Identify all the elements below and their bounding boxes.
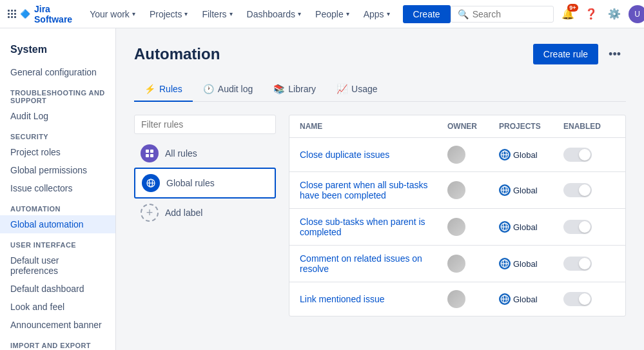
top-nav-items: Your work ▾ Projects ▾ Filters ▾ Dashboa… (83, 5, 451, 23)
toggle-switch[interactable] (563, 148, 592, 162)
chevron-down-icon: ▾ (387, 10, 390, 17)
logo-text: Jira Software (34, 4, 73, 24)
book-icon: 📚 (273, 84, 284, 94)
svg-rect-0 (146, 150, 149, 153)
rule-name-link[interactable]: Link mentioned issue (300, 294, 385, 304)
create-rule-button[interactable]: Create rule (533, 44, 598, 64)
rule-enabled-toggle[interactable] (563, 148, 615, 162)
rule-enabled-toggle[interactable] (563, 292, 615, 306)
chevron-down-icon: ▾ (229, 10, 233, 17)
nav-your-work[interactable]: Your work ▾ (83, 5, 142, 23)
rule-name: Link mentioned issue (300, 294, 447, 304)
header-actions: Create rule ••• (533, 44, 626, 64)
rule-owner (447, 146, 499, 164)
global-icon (499, 184, 511, 196)
sidebar-item-general-configuration[interactable]: General configuration (0, 63, 115, 81)
col-header-owner: Owner (447, 122, 499, 131)
nav-filters[interactable]: Filters ▾ (195, 5, 239, 23)
rule-name-link[interactable]: Close duplicate issues (300, 150, 389, 160)
chevron-down-icon: ▾ (298, 10, 301, 17)
owner-avatar (447, 290, 465, 308)
chart-icon: 📈 (337, 84, 347, 94)
svg-rect-1 (150, 150, 153, 153)
toggle-switch[interactable] (563, 257, 592, 271)
lightning-icon: ⚡ (144, 84, 155, 94)
settings-button[interactable]: ⚙️ (605, 5, 623, 23)
rules-table: Name Owner Projects Enabled Close duplic… (289, 115, 626, 316)
left-panel: All rules Global rules + Add label (134, 115, 276, 316)
chevron-down-icon: ▾ (346, 10, 349, 17)
nav-people[interactable]: People ▾ (309, 5, 356, 23)
global-icon (499, 293, 511, 305)
nav-projects[interactable]: Projects ▾ (143, 5, 195, 23)
toggle-switch[interactable] (563, 183, 592, 197)
table-row: Close sub-tasks when parent is completed… (289, 209, 625, 246)
sidebar-item-global-permissions[interactable]: Global permissions (0, 161, 115, 179)
global-icon (499, 149, 511, 160)
chevron-down-icon: ▾ (132, 10, 135, 17)
global-rules-group[interactable]: Global rules (134, 168, 276, 199)
owner-avatar (447, 146, 465, 164)
sidebar-section-security: Security (0, 125, 115, 143)
rule-owner (447, 181, 499, 199)
top-nav-right: 🔍 🔔 9+ ❓ ⚙️ U (451, 5, 644, 23)
tab-rules[interactable]: ⚡ Rules (134, 77, 193, 102)
global-icon (499, 258, 511, 269)
toggle-switch[interactable] (563, 220, 592, 234)
tab-library[interactable]: 📚 Library (263, 77, 326, 102)
sidebar: System General configuration Troubleshoo… (0, 28, 116, 350)
owner-avatar (447, 181, 465, 199)
add-label-item[interactable]: + Add label (134, 199, 276, 227)
rule-projects: Global (499, 149, 563, 160)
sidebar-item-look-and-feel[interactable]: Look and feel (0, 298, 115, 316)
avatar[interactable]: U (629, 5, 644, 23)
create-button[interactable]: Create (403, 5, 451, 23)
svg-rect-2 (146, 154, 149, 157)
chevron-down-icon: ▾ (184, 10, 188, 17)
sidebar-item-issue-collectors[interactable]: Issue collectors (0, 179, 115, 197)
global-icon (499, 221, 511, 233)
sidebar-item-default-dashboard[interactable]: Default dashboard (0, 280, 115, 298)
page-header: Automation Create rule ••• (134, 44, 626, 64)
logo[interactable]: 🔷 Jira Software (8, 4, 73, 24)
nav-dashboards[interactable]: Dashboards ▾ (240, 5, 308, 23)
search-input[interactable] (473, 9, 547, 19)
toggle-switch[interactable] (563, 292, 592, 306)
rule-owner (447, 218, 499, 236)
sidebar-item-audit-log[interactable]: Audit Log (0, 107, 115, 125)
table-row: Close parent when all sub-tasks have bee… (289, 172, 625, 209)
rule-enabled-toggle[interactable] (563, 257, 615, 271)
sidebar-item-default-user-preferences[interactable]: Default user preferences (0, 251, 115, 280)
sidebar-section-troubleshooting: Troubleshooting and support (0, 81, 115, 107)
rule-name: Close sub-tasks when parent is completed (300, 217, 447, 237)
page-title: Automation (134, 45, 220, 63)
rule-name-link[interactable]: Close parent when all sub-tasks have bee… (300, 180, 427, 200)
tab-audit-log[interactable]: 🕐 Audit log (193, 77, 263, 102)
top-navigation: 🔷 Jira Software Your work ▾ Projects ▾ F… (0, 0, 644, 28)
sidebar-system-title: System (0, 41, 115, 63)
rule-projects: Global (499, 293, 563, 305)
all-rules-avatar (141, 144, 159, 162)
table-row: Close duplicate issues Global (289, 138, 625, 172)
filter-rules-input[interactable] (134, 115, 276, 134)
sidebar-section-automation: Automation (0, 197, 115, 215)
more-options-button[interactable]: ••• (603, 45, 626, 64)
rule-projects: Global (499, 184, 563, 196)
rule-owner (447, 255, 499, 273)
tab-usage[interactable]: 📈 Usage (326, 77, 387, 102)
rule-enabled-toggle[interactable] (563, 220, 615, 234)
help-button[interactable]: ❓ (582, 5, 600, 23)
notifications-button[interactable]: 🔔 9+ (559, 5, 577, 23)
sidebar-section-user-interface: User interface (0, 233, 115, 251)
sidebar-item-announcement-banner[interactable]: Announcement banner (0, 316, 115, 334)
nav-apps[interactable]: Apps ▾ (357, 5, 396, 23)
sidebar-item-global-automation[interactable]: Global automation (0, 215, 115, 233)
search-box[interactable]: 🔍 (451, 6, 554, 23)
all-rules-group[interactable]: All rules (134, 139, 276, 168)
sidebar-item-project-roles[interactable]: Project roles (0, 143, 115, 161)
rule-name-link[interactable]: Comment on related issues on resolve (300, 253, 422, 274)
rule-name: Comment on related issues on resolve (300, 253, 447, 274)
main-layout: System General configuration Troubleshoo… (0, 28, 644, 350)
rule-name-link[interactable]: Close sub-tasks when parent is completed (300, 217, 425, 237)
rule-enabled-toggle[interactable] (563, 183, 615, 197)
